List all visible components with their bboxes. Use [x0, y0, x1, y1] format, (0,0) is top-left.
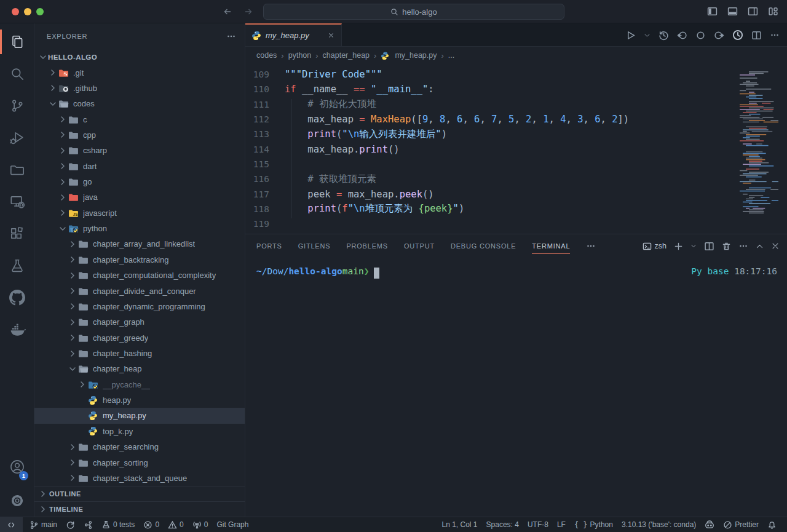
code-line-116[interactable]: 116 # 获取堆顶元素 — [245, 172, 787, 186]
tree-item-chapter-heap[interactable]: chapter_heap — [34, 361, 245, 376]
circle-arrow-right-icon[interactable] — [714, 30, 724, 41]
code-line-113[interactable]: 113 print("\n输入列表并建堆后") — [245, 127, 787, 141]
status-remote[interactable] — [0, 517, 23, 532]
chevron-right-icon[interactable] — [58, 130, 68, 140]
panel-tab-output[interactable]: OUTPUT — [404, 234, 435, 258]
code-line-109[interactable]: 109"""Driver Code""" — [245, 67, 787, 82]
section-timeline[interactable]: TIMELINE — [34, 501, 245, 517]
status-eol[interactable]: LF — [553, 520, 570, 529]
tree-item-chapter-sorting[interactable]: chapter_sorting — [34, 455, 245, 470]
status-python-interpreter[interactable]: 3.10.13 ('base': conda) — [617, 520, 700, 529]
breadcrumb-item[interactable]: my_heap.py — [395, 51, 437, 60]
breadcrumb-item[interactable]: ... — [448, 51, 454, 60]
breadcrumb-item[interactable]: chapter_heap — [323, 51, 370, 60]
chevron-right-icon[interactable] — [68, 317, 77, 327]
command-center-search[interactable]: hello-algo — [263, 4, 564, 20]
chevron-right-icon[interactable] — [68, 458, 77, 467]
status-copilot[interactable] — [700, 520, 719, 530]
navigate-forward-icon[interactable] — [243, 7, 253, 17]
chevron-down-icon[interactable] — [38, 52, 48, 62]
chevron-right-icon[interactable] — [58, 161, 68, 171]
tab-my-heap-py[interactable]: my_heap.py — [245, 23, 342, 46]
code-line-118[interactable]: 118 print(f"\n堆顶元素为 {peek}") — [245, 202, 787, 216]
activity-testing[interactable] — [0, 250, 34, 282]
more-icon[interactable] — [738, 241, 748, 251]
panel-tab-problems[interactable]: PROBLEMS — [346, 234, 388, 258]
breadcrumb-item[interactable]: python — [288, 51, 312, 60]
tree-item-javascript[interactable]: JSjavascript — [34, 205, 245, 221]
navigate-back-icon[interactable] — [223, 7, 232, 17]
tree-item-top-k-py[interactable]: top_k.py — [34, 424, 245, 439]
tree-item-hello-algo[interactable]: HELLO-ALGO — [34, 49, 245, 65]
status-tests[interactable]: 0 tests — [97, 517, 139, 532]
chevron-right-icon[interactable] — [58, 146, 68, 156]
panel-tab-ports[interactable]: PORTS — [256, 234, 282, 258]
tree-item-java[interactable]: java — [34, 189, 245, 205]
status-notifications[interactable] — [763, 520, 781, 530]
activity-extensions[interactable] — [0, 218, 34, 250]
activity-settings[interactable] — [0, 485, 34, 517]
tree-item-chapter-backtracking[interactable]: chapter_backtracking — [34, 252, 245, 268]
status-ports[interactable]: 0 — [188, 517, 213, 532]
chevron-right-icon[interactable] — [58, 177, 68, 187]
tree-item-chapter-hashing[interactable]: chapter_hashing — [34, 346, 245, 361]
minimize-window-button[interactable] — [24, 8, 31, 15]
chevron-right-icon[interactable] — [68, 333, 77, 343]
breadcrumb-item[interactable]: codes — [256, 51, 277, 60]
tree-item-codes[interactable]: codes — [34, 96, 245, 111]
tree-item-chapter-computational-complexity[interactable]: chapter_computational_complexity — [34, 268, 245, 283]
chevron-down-icon[interactable] — [68, 364, 77, 374]
activity-docker[interactable] — [0, 314, 34, 346]
explorer-more-actions-icon[interactable] — [226, 31, 236, 41]
chevron-down-icon[interactable] — [58, 224, 68, 234]
code-line-114[interactable]: 114 max_heap.print() — [245, 141, 787, 156]
chevron-right-icon[interactable] — [68, 473, 77, 483]
status-git-sync[interactable] — [61, 517, 79, 532]
trash-icon[interactable] — [722, 242, 731, 251]
chevron-right-icon[interactable] — [68, 301, 77, 311]
status-git-branch[interactable]: main — [25, 517, 61, 532]
activity-run-debug[interactable] — [0, 122, 34, 154]
minimap[interactable] — [738, 70, 782, 216]
status-encoding[interactable]: UTF-8 — [523, 520, 553, 529]
zoom-window-button[interactable] — [36, 8, 44, 15]
status-git-graph[interactable]: Git Graph — [212, 517, 253, 532]
tree-item-python[interactable]: python — [34, 221, 245, 236]
chevron-right-icon[interactable] — [48, 68, 58, 77]
code-line-115[interactable]: 115 — [245, 157, 787, 172]
code-line-111[interactable]: 111 # 初始化大顶堆 — [245, 97, 787, 112]
chevron-right-icon[interactable] — [68, 286, 77, 296]
chevron-up-icon[interactable] — [756, 242, 764, 250]
terminal[interactable]: ~/Dow/hello-algo main ❯ Py base 18:17:16 — [245, 258, 787, 517]
panel-tab-debug-console[interactable]: DEBUG CONSOLE — [451, 234, 516, 258]
layout-sidebar-left-icon[interactable] — [707, 6, 718, 17]
activity-remote-explorer[interactable] — [0, 186, 34, 218]
history-icon[interactable] — [658, 30, 669, 41]
chevron-right-icon[interactable] — [68, 349, 77, 359]
panel-more-tabs-icon[interactable] — [586, 241, 596, 251]
tree-item-csharp[interactable]: csharp — [34, 143, 245, 158]
chevron-right-icon[interactable] — [77, 379, 87, 389]
gitlens-clock-icon[interactable] — [732, 30, 743, 41]
chevron-down-icon[interactable] — [48, 99, 58, 109]
tree-item-c[interactable]: c — [34, 111, 245, 127]
tree-item-chapter-graph[interactable]: chapter_graph — [34, 314, 245, 330]
layout-panel-bottom-icon[interactable] — [727, 6, 738, 17]
activity-search[interactable] — [0, 58, 34, 90]
more-icon[interactable] — [770, 30, 780, 40]
code-line-119[interactable]: 119 — [245, 216, 787, 231]
layout-sidebar-right-icon[interactable] — [748, 6, 758, 17]
code-editor[interactable]: 109"""Driver Code"""110if __name__ == "_… — [245, 64, 787, 234]
activity-explorer[interactable] — [0, 26, 34, 58]
tree-item-chapter-divide-and-conquer[interactable]: chapter_divide_and_conquer — [34, 283, 245, 298]
tree-item-heap-py[interactable]: heap.py — [34, 392, 245, 408]
tree-item-chapter-searching[interactable]: chapter_searching — [34, 439, 245, 455]
run-icon[interactable] — [625, 30, 636, 41]
panel-tab-gitlens[interactable]: GITLENS — [298, 234, 331, 258]
circle-arrow-left-icon[interactable] — [677, 30, 687, 41]
status-git-graph-icon[interactable] — [79, 517, 97, 532]
activity-accounts[interactable]: 1 — [0, 453, 34, 485]
close-icon[interactable] — [771, 242, 780, 250]
chevron-right-icon[interactable] — [58, 114, 68, 124]
close-window-button[interactable] — [12, 8, 19, 15]
